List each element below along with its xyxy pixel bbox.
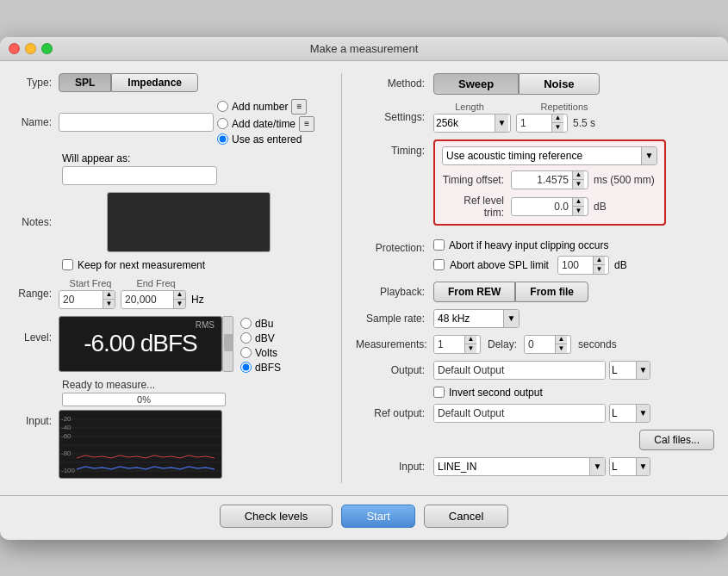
end-freq-header: End Freq bbox=[126, 278, 186, 288]
ref-level-input[interactable] bbox=[512, 198, 572, 215]
timing-select-input[interactable]: Use acoustic timing reference Use input … bbox=[443, 147, 641, 164]
abort-clipping-label: Abort if heavy input clipping occurs bbox=[449, 239, 608, 251]
add-datetime-radio[interactable] bbox=[217, 118, 228, 129]
noise-button[interactable]: Noise bbox=[519, 73, 599, 95]
ref-level-spinbox-btns: ▲ ▼ bbox=[572, 197, 584, 216]
notes-label: Notes: bbox=[14, 216, 59, 228]
dbu-radio[interactable] bbox=[240, 318, 252, 329]
output-input[interactable] bbox=[434, 361, 605, 380]
impedance-button[interactable]: Impedance bbox=[111, 73, 198, 92]
maximize-button[interactable] bbox=[41, 43, 53, 54]
notes-textarea[interactable] bbox=[107, 192, 271, 252]
cal-files-button[interactable]: Cal files... bbox=[639, 430, 714, 450]
spl-down[interactable]: ▼ bbox=[593, 265, 605, 275]
close-button[interactable] bbox=[9, 43, 20, 54]
input-dropdown-select[interactable]: LINE_IN bbox=[434, 458, 589, 475]
end-freq-input[interactable] bbox=[121, 291, 173, 308]
ref-level-row: Ref level trim: ▲ ▼ dB bbox=[442, 195, 657, 219]
invert-checkbox[interactable] bbox=[433, 387, 445, 398]
seconds-label: seconds bbox=[578, 338, 617, 350]
abort-clipping-checkbox[interactable] bbox=[433, 239, 445, 251]
measurements-btns: ▲ ▼ bbox=[464, 335, 476, 354]
ref-output-input[interactable] bbox=[434, 404, 605, 423]
name-input[interactable] bbox=[59, 113, 214, 132]
ref-level-down[interactable]: ▼ bbox=[572, 207, 584, 216]
add-number-radio[interactable] bbox=[217, 101, 228, 112]
repetitions-input[interactable] bbox=[517, 115, 551, 132]
timing-select-arrow-icon: ▼ bbox=[641, 147, 656, 164]
from-file-button[interactable]: From file bbox=[515, 282, 588, 302]
sample-rate-select-wrapper: 48 kHz 44.1 kHz 96 kHz ▼ bbox=[433, 309, 520, 328]
level-row: Level: RMS -6.00 dBFS dBu bbox=[14, 314, 331, 374]
dbfs-radio[interactable] bbox=[240, 362, 252, 373]
ref-channel-select[interactable]: L R bbox=[610, 405, 636, 422]
sweep-button[interactable]: Sweep bbox=[433, 73, 519, 95]
delay-input[interactable] bbox=[525, 336, 555, 353]
abort-spl-checkbox[interactable] bbox=[433, 259, 445, 270]
from-rew-button[interactable]: From REW bbox=[433, 282, 515, 302]
abort-clipping-row: Abort if heavy input clipping occurs bbox=[433, 239, 627, 251]
volts-radio[interactable] bbox=[240, 347, 252, 358]
input-dropdown-icon: ▼ bbox=[589, 458, 605, 475]
rep-down[interactable]: ▼ bbox=[551, 123, 563, 133]
svg-text:-20: -20 bbox=[61, 415, 72, 423]
output-channel-select[interactable]: L R bbox=[610, 362, 636, 379]
keep-checkbox-row: Keep for next measurement bbox=[62, 259, 331, 271]
sample-rate-select[interactable]: 48 kHz 44.1 kHz 96 kHz bbox=[434, 310, 503, 327]
spl-up[interactable]: ▲ bbox=[593, 256, 605, 266]
spl-limit-btns: ▲ ▼ bbox=[593, 256, 605, 275]
ref-channel-dropdown-icon: ▼ bbox=[636, 405, 650, 422]
settings-headers: Length Repetitions bbox=[433, 102, 595, 112]
range-row: Range: Start Freq End Freq ▲ ▼ bbox=[14, 278, 331, 309]
minimize-button[interactable] bbox=[25, 43, 36, 54]
output-channel-dropdown-icon: ▼ bbox=[636, 362, 650, 379]
length-select[interactable]: 256k 128k 512k bbox=[434, 115, 495, 132]
check-levels-button[interactable]: Check levels bbox=[220, 505, 333, 528]
name-label: Name: bbox=[14, 116, 59, 128]
main-window: Make a measurement Type: SPL Impedance N… bbox=[0, 37, 728, 540]
level-display: RMS -6.00 dBFS bbox=[59, 316, 222, 372]
content-area: Type: SPL Impedance Name: Add number ≡ bbox=[0, 61, 728, 495]
spl-button[interactable]: SPL bbox=[59, 73, 111, 92]
timing-offset-label: Timing offset: bbox=[442, 174, 511, 186]
range-label: Range: bbox=[14, 288, 59, 300]
range-headers: Start Freq End Freq bbox=[59, 278, 204, 288]
titlebar: Make a measurement bbox=[0, 37, 728, 61]
measurements-up[interactable]: ▲ bbox=[464, 335, 476, 345]
delay-up[interactable]: ▲ bbox=[555, 335, 567, 345]
length-select-wrapper: 256k 128k 512k ▼ bbox=[433, 114, 511, 133]
notes-row: Notes: bbox=[14, 192, 331, 252]
add-number-icon[interactable]: ≡ bbox=[291, 99, 307, 115]
sample-rate-dropdown-icon: ▼ bbox=[503, 310, 519, 327]
add-datetime-icon[interactable]: ≡ bbox=[299, 116, 314, 132]
start-button[interactable]: Start bbox=[341, 505, 414, 528]
timing-offset-up[interactable]: ▲ bbox=[572, 170, 584, 181]
start-freq-up[interactable]: ▲ bbox=[103, 290, 115, 300]
use-entered-radio[interactable] bbox=[217, 133, 228, 145]
repetitions-spinbox: ▲ ▼ bbox=[516, 114, 568, 133]
dbv-radio[interactable] bbox=[240, 332, 252, 344]
delay-down[interactable]: ▼ bbox=[555, 344, 567, 354]
end-freq-up[interactable]: ▲ bbox=[173, 290, 185, 300]
measurements-input[interactable] bbox=[434, 336, 464, 353]
playback-buttons: From REW From file bbox=[433, 282, 588, 302]
measurements-down[interactable]: ▼ bbox=[464, 344, 476, 354]
appear-input[interactable] bbox=[62, 166, 217, 185]
timing-offset-input[interactable] bbox=[512, 171, 572, 189]
start-freq-input[interactable] bbox=[59, 291, 103, 308]
input-channel-select[interactable]: L R bbox=[610, 458, 636, 475]
playback-label: Playback: bbox=[356, 286, 433, 298]
use-entered-option: Use as entered bbox=[217, 133, 314, 146]
timing-offset-down[interactable]: ▼ bbox=[572, 180, 584, 189]
cancel-button[interactable]: Cancel bbox=[424, 505, 508, 528]
start-freq-down[interactable]: ▼ bbox=[103, 300, 115, 309]
keep-checkbox[interactable] bbox=[62, 259, 73, 270]
svg-text:-40: -40 bbox=[61, 424, 72, 431]
timing-select-row: Use acoustic timing reference Use input … bbox=[442, 146, 657, 165]
sample-rate-label: Sample rate: bbox=[356, 313, 433, 325]
end-freq-down[interactable]: ▼ bbox=[173, 300, 185, 309]
ref-level-up[interactable]: ▲ bbox=[572, 197, 584, 207]
rep-up[interactable]: ▲ bbox=[551, 114, 563, 124]
level-scrollbar[interactable] bbox=[222, 316, 233, 372]
spl-limit-input[interactable] bbox=[558, 257, 593, 274]
